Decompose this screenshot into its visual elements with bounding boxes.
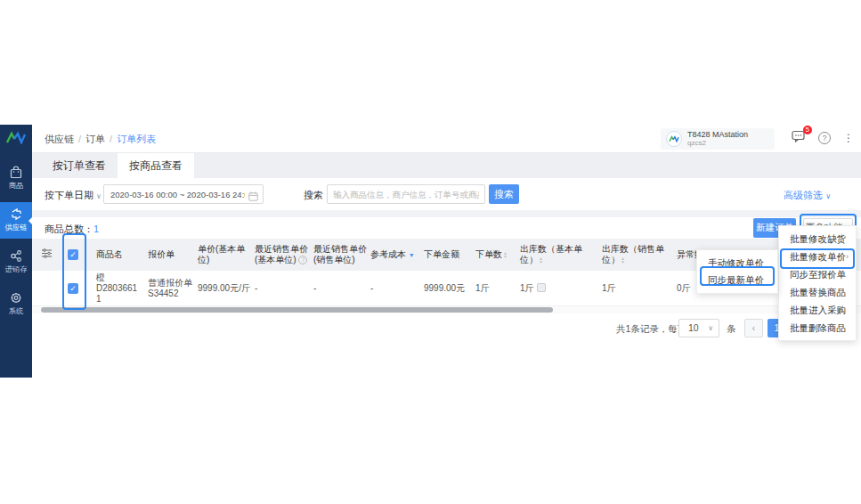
row-checkbox[interactable]: ✓ — [68, 283, 78, 294]
cell-order-qty: 1斤 — [475, 283, 520, 294]
page-size-select[interactable]: 10∨ — [678, 319, 719, 337]
top-bar: 供应链/订单/订单列表 T8428 MAstation qzcs2 — [32, 125, 861, 153]
menu-item-batch-delete-product[interactable]: 批量删除商品 — [779, 319, 856, 337]
chevron-down-icon: ∨ — [825, 192, 831, 200]
sidebar-item-label: 商品 — [1, 181, 30, 190]
tab-by-order[interactable]: 按订单查看 — [41, 153, 118, 178]
sort-icon[interactable]: ▲▼ — [621, 256, 625, 264]
product-total-count: 商品总数：1 — [45, 223, 99, 236]
info-icon[interactable]: ? — [298, 256, 307, 264]
col-product-name[interactable]: 商品名 — [96, 249, 148, 260]
app-window: 商品 供应链 进销存 — [0, 125, 861, 378]
col-outbound-sale[interactable]: 出库数（销售单位）▲▼ — [602, 244, 677, 265]
row-select-cell: ✓ — [68, 272, 96, 305]
cell-outbound-sale: 1斤 — [602, 283, 677, 294]
sidebar-item-system[interactable]: 系统 — [0, 286, 32, 322]
supply-chain-icon — [9, 207, 24, 221]
dropdown-caret-icon[interactable]: ▼ — [409, 252, 415, 258]
share-nodes-icon — [9, 249, 23, 263]
user-name: T8428 MAstation — [687, 130, 748, 139]
kebab-menu-button[interactable]: ⋮ — [843, 132, 854, 144]
view-tabs: 按订单查看 按商品查看 — [32, 153, 861, 178]
col-recent-price-sale[interactable]: 最近销售单价 (销售单位) — [313, 244, 370, 265]
col-ref-cost[interactable]: 参考成本 ▼ — [370, 249, 424, 261]
select-all-checkbox[interactable]: ✓ — [68, 249, 78, 260]
submenu-item-manual-modify-price[interactable]: 手动修改单价 — [697, 255, 777, 272]
breadcrumb: 供应链/订单/订单列表 — [45, 133, 156, 146]
sidebar-item-supply-chain[interactable]: 供应链 — [0, 202, 32, 239]
sidebar-item-inventory[interactable]: 进销存 — [0, 244, 32, 280]
calendar-icon[interactable] — [248, 189, 258, 205]
filter-sliders-icon — [41, 248, 53, 258]
sidebar-item-products[interactable]: 商品 — [0, 160, 32, 197]
message-count-badge: 5 — [803, 126, 812, 134]
main-area: 供应链/订单/订单列表 T8428 MAstation qzcs2 — [32, 125, 861, 378]
date-type-dropdown[interactable]: 按下单日期 ∨ — [45, 189, 102, 202]
sort-icon[interactable]: ▲▼ — [539, 256, 543, 264]
pagination-unit: 条 — [727, 323, 736, 336]
filter-row: 按下单日期 ∨ 搜索 搜索 高级筛选 ∨ — [32, 178, 861, 210]
cell-product-name: 橙 D2803661 1 — [96, 272, 148, 305]
col-outbound-base[interactable]: 出库数（基本单位）▲▼ — [520, 244, 602, 265]
horizontal-scrollbar-track[interactable] — [32, 306, 861, 313]
edit-qty-icon[interactable] — [537, 283, 546, 292]
submenu-arrow-icon: › — [846, 248, 849, 265]
cell-outbound-base: 1斤 — [520, 283, 602, 294]
sidebar-item-label: 进销存 — [1, 264, 30, 273]
breadcrumb-supply-chain[interactable]: 供应链 — [45, 134, 74, 144]
sidebar-item-label: 供应链 — [1, 223, 30, 232]
search-button[interactable]: 搜索 — [489, 184, 519, 204]
cell-recent-price-base: - — [255, 283, 313, 294]
prev-page-button[interactable]: ‹ — [744, 319, 763, 337]
messages-button[interactable]: 5 — [792, 130, 806, 146]
submenu-item-sync-latest-price[interactable]: 同步最新单价 — [697, 272, 777, 289]
advanced-filter-link[interactable]: 高级筛选 ∨ — [784, 189, 831, 202]
table-toolbar: 商品总数：1 新建订单 更多功能 ∧ — [32, 217, 861, 239]
more-actions-menu: 批量修改缺货 批量修改单价› 同步至报价单 批量替换商品 批量进入采购 批量删除… — [778, 225, 857, 341]
cell-recent-price-sale: - — [313, 283, 370, 294]
breadcrumb-separator: / — [78, 134, 81, 144]
cell-quote: 普通报价单 S34452 — [148, 278, 198, 299]
chevron-down-icon: ∨ — [96, 192, 102, 200]
menu-item-batch-modify-shortage[interactable]: 批量修改缺货 — [779, 230, 856, 248]
date-range-input[interactable] — [103, 184, 264, 204]
sidebar-item-label: 系统 — [1, 306, 30, 315]
cell-ref-cost: - — [370, 283, 424, 294]
help-button[interactable]: ? — [818, 132, 831, 144]
menu-item-batch-modify-price[interactable]: 批量修改单价› — [779, 248, 856, 265]
user-name-block: T8428 MAstation qzcs2 — [687, 130, 748, 148]
gear-icon — [9, 291, 23, 305]
column-settings-button[interactable] — [41, 248, 68, 261]
modify-price-submenu: 手动修改单价 同步最新单价 — [696, 249, 778, 294]
breadcrumb-order-list: 订单列表 — [117, 134, 156, 144]
brand-logo-icon — [0, 125, 32, 150]
breadcrumb-separator: / — [110, 134, 112, 144]
col-order-qty[interactable]: 下单数▲▼ — [475, 249, 520, 260]
menu-item-batch-replace-product[interactable]: 批量替换商品 — [779, 283, 856, 301]
section-divider — [32, 210, 861, 217]
product-total-value: 1 — [93, 224, 99, 234]
col-unit-price-base[interactable]: 单价(基本单位) — [198, 244, 255, 265]
menu-item-batch-to-purchase[interactable]: 批量进入采购 — [779, 301, 856, 319]
sort-icon[interactable]: ▲▼ — [503, 251, 508, 258]
col-order-amount[interactable]: 下单金额 — [424, 249, 475, 260]
col-quote[interactable]: 报价单 — [148, 249, 198, 260]
search-input[interactable] — [327, 184, 485, 204]
menu-item-sync-to-quote[interactable]: 同步至报价单 — [779, 265, 856, 283]
select-all-cell: ✓ — [68, 249, 96, 260]
user-subname: qzcs2 — [687, 139, 748, 148]
tab-by-product[interactable]: 按商品查看 — [118, 153, 194, 178]
breadcrumb-orders[interactable]: 订单 — [85, 134, 105, 144]
col-recent-price-base[interactable]: 最近销售单价 (基本单位) ? — [255, 244, 313, 265]
chevron-down-icon: ∨ — [708, 320, 713, 337]
user-account-chip[interactable]: T8428 MAstation qzcs2 — [661, 128, 775, 150]
cell-order-amount: 9999.00元 — [424, 283, 475, 294]
pagination-summary: 共1条记录，每页 — [616, 323, 686, 336]
screenshot-canvas: 商品 供应链 进销存 — [0, 0, 861, 504]
cell-unit-price-base: 9999.00元/斤 — [198, 283, 255, 294]
sidebar: 商品 供应链 进销存 — [0, 125, 32, 378]
avatar — [666, 131, 682, 147]
shopping-bag-icon — [9, 166, 23, 179]
horizontal-scrollbar-thumb[interactable] — [41, 307, 553, 313]
top-bar-icons: 5 ? ⋮ — [792, 130, 854, 146]
